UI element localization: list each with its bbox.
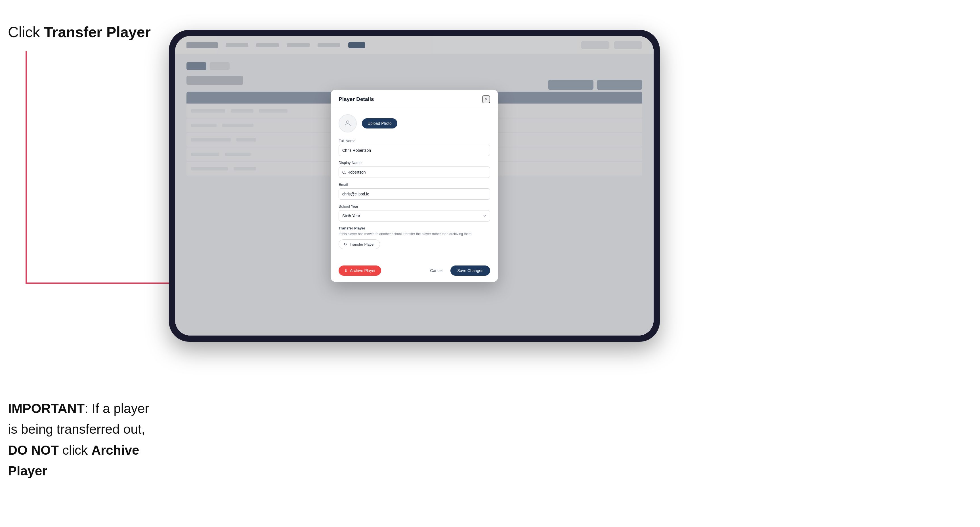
modal-backdrop: Player Details × Upload Photo [175,36,654,335]
transfer-player-section: Transfer Player If this player has moved… [339,226,490,249]
archive-player-label: Archive Player [350,268,375,273]
important-label: IMPORTANT [8,401,84,416]
transfer-section-description: If this player has moved to another scho… [339,232,490,237]
modal-body: Upload Photo Full Name Display Name [331,108,498,261]
display-name-input[interactable] [339,167,490,178]
display-name-label: Display Name [339,160,490,165]
save-changes-button[interactable]: Save Changes [450,265,490,276]
modal-close-button[interactable]: × [482,95,490,103]
email-group: Email [339,183,490,200]
player-details-modal: Player Details × Upload Photo [331,90,498,282]
cancel-button[interactable]: Cancel [426,265,447,276]
school-year-label: School Year [339,204,490,208]
transfer-section-title: Transfer Player [339,226,490,230]
email-input[interactable] [339,188,490,200]
avatar-placeholder [339,114,357,132]
modal-title: Player Details [339,96,374,102]
bottom-instruction: IMPORTANT: If a player is being transfer… [8,398,161,482]
archive-player-button[interactable]: ⬇ Archive Player [339,265,381,276]
full-name-input[interactable] [339,144,490,156]
display-name-group: Display Name [339,160,490,178]
full-name-label: Full Name [339,139,490,143]
archive-icon: ⬇ [344,268,348,273]
school-year-select[interactable]: First Year Second Year Third Year Fourth… [339,210,490,222]
full-name-group: Full Name [339,139,490,156]
click-text: Click [8,24,44,40]
school-year-group: School Year First Year Second Year Third… [339,204,490,222]
tablet-frame: Player Details × Upload Photo [169,30,660,342]
upload-photo-button[interactable]: Upload Photo [362,118,397,129]
modal-header: Player Details × [331,90,498,108]
top-instruction: Click Transfer Player [8,23,151,42]
transfer-player-button-label: Transfer Player [350,242,375,246]
transfer-player-highlight: Transfer Player [44,24,151,40]
transfer-player-button[interactable]: ⟳ Transfer Player [339,240,380,249]
tablet-screen: Player Details × Upload Photo [175,36,654,335]
arrow-vertical [25,51,27,284]
modal-footer: ⬇ Archive Player Cancel Save Changes [331,261,498,282]
sync-icon: ⟳ [344,242,347,246]
photo-row: Upload Photo [339,114,490,132]
do-not-text: click [59,443,91,457]
do-not-label: DO NOT [8,443,59,457]
svg-point-0 [346,121,349,123]
email-label: Email [339,183,490,187]
